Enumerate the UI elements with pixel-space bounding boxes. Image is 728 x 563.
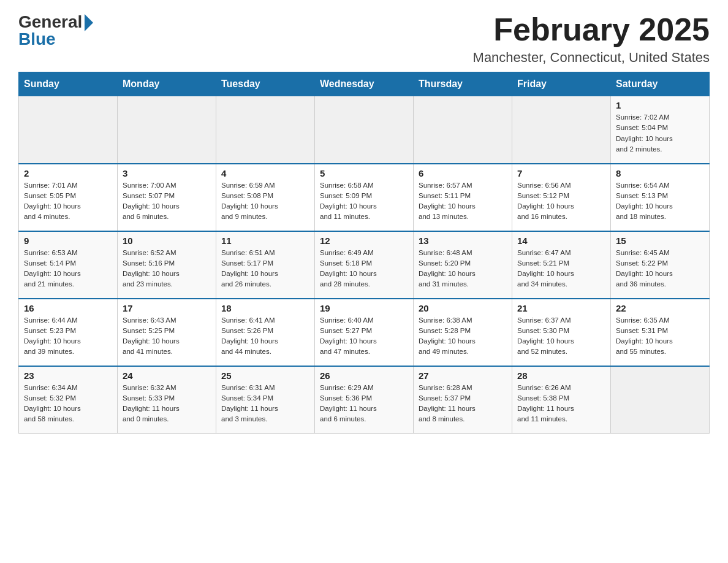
calendar-table: SundayMondayTuesdayWednesdayThursdayFrid…	[18, 72, 710, 434]
calendar-cell: 9Sunrise: 6:53 AMSunset: 5:14 PMDaylight…	[19, 231, 118, 299]
week-row-1: 1Sunrise: 7:02 AMSunset: 5:04 PMDaylight…	[19, 96, 710, 164]
logo: General Blue	[18, 12, 93, 49]
week-row-4: 16Sunrise: 6:44 AMSunset: 5:23 PMDayligh…	[19, 299, 710, 366]
day-number: 15	[616, 236, 704, 246]
day-info: Sunrise: 6:35 AMSunset: 5:31 PMDaylight:…	[616, 315, 704, 358]
month-title: February 2025	[473, 12, 710, 47]
page-header: General Blue February 2025 Manchester, C…	[18, 12, 710, 66]
weekday-header-saturday: Saturday	[611, 72, 710, 96]
calendar-cell: 10Sunrise: 6:52 AMSunset: 5:16 PMDayligh…	[118, 231, 216, 299]
calendar-cell: 21Sunrise: 6:37 AMSunset: 5:30 PMDayligh…	[512, 299, 611, 366]
day-number: 21	[517, 303, 605, 313]
day-info: Sunrise: 6:28 AMSunset: 5:37 PMDaylight:…	[419, 383, 507, 425]
calendar-cell	[315, 96, 414, 164]
day-number: 13	[419, 236, 507, 246]
logo-blue-text: Blue	[18, 29, 56, 49]
calendar-cell: 5Sunrise: 6:58 AMSunset: 5:09 PMDaylight…	[315, 164, 414, 231]
calendar-cell: 3Sunrise: 7:00 AMSunset: 5:07 PMDaylight…	[118, 164, 216, 231]
calendar-cell	[216, 96, 315, 164]
day-number: 25	[221, 370, 309, 381]
day-info: Sunrise: 6:53 AMSunset: 5:14 PMDaylight:…	[24, 248, 112, 290]
calendar-cell: 22Sunrise: 6:35 AMSunset: 5:31 PMDayligh…	[611, 299, 710, 366]
day-info: Sunrise: 6:41 AMSunset: 5:26 PMDaylight:…	[221, 315, 309, 358]
day-info: Sunrise: 6:29 AMSunset: 5:36 PMDaylight:…	[320, 383, 408, 425]
week-row-5: 23Sunrise: 6:34 AMSunset: 5:32 PMDayligh…	[19, 366, 710, 434]
day-info: Sunrise: 6:48 AMSunset: 5:20 PMDaylight:…	[419, 248, 507, 290]
day-info: Sunrise: 6:49 AMSunset: 5:18 PMDaylight:…	[320, 248, 408, 290]
day-number: 2	[24, 168, 112, 178]
calendar-cell: 24Sunrise: 6:32 AMSunset: 5:33 PMDayligh…	[118, 366, 216, 434]
day-info: Sunrise: 6:59 AMSunset: 5:08 PMDaylight:…	[221, 180, 309, 223]
calendar-cell: 11Sunrise: 6:51 AMSunset: 5:17 PMDayligh…	[216, 231, 315, 299]
day-info: Sunrise: 6:34 AMSunset: 5:32 PMDaylight:…	[24, 383, 112, 425]
calendar-cell	[414, 96, 512, 164]
day-number: 23	[24, 370, 112, 381]
day-number: 3	[123, 168, 211, 178]
calendar-cell: 12Sunrise: 6:49 AMSunset: 5:18 PMDayligh…	[315, 231, 414, 299]
day-info: Sunrise: 6:31 AMSunset: 5:34 PMDaylight:…	[221, 383, 309, 425]
day-number: 20	[419, 303, 507, 313]
calendar-cell: 1Sunrise: 7:02 AMSunset: 5:04 PMDaylight…	[611, 96, 710, 164]
day-info: Sunrise: 6:54 AMSunset: 5:13 PMDaylight:…	[616, 180, 704, 223]
title-section: February 2025 Manchester, Connecticut, U…	[473, 12, 710, 66]
calendar-cell: 27Sunrise: 6:28 AMSunset: 5:37 PMDayligh…	[414, 366, 512, 434]
weekday-header-wednesday: Wednesday	[315, 72, 414, 96]
logo-arrow-icon	[85, 14, 93, 31]
day-info: Sunrise: 6:37 AMSunset: 5:30 PMDaylight:…	[517, 315, 605, 358]
day-number: 6	[419, 168, 507, 178]
day-info: Sunrise: 6:32 AMSunset: 5:33 PMDaylight:…	[123, 383, 211, 425]
day-number: 12	[320, 236, 408, 246]
weekday-header-tuesday: Tuesday	[216, 72, 315, 96]
day-info: Sunrise: 6:51 AMSunset: 5:17 PMDaylight:…	[221, 248, 309, 290]
day-number: 19	[320, 303, 408, 313]
day-info: Sunrise: 6:57 AMSunset: 5:11 PMDaylight:…	[419, 180, 507, 223]
calendar-cell	[611, 366, 710, 434]
day-number: 1	[616, 100, 704, 110]
day-info: Sunrise: 6:56 AMSunset: 5:12 PMDaylight:…	[517, 180, 605, 223]
day-number: 10	[123, 236, 211, 246]
day-number: 16	[24, 303, 112, 313]
calendar-cell: 13Sunrise: 6:48 AMSunset: 5:20 PMDayligh…	[414, 231, 512, 299]
day-info: Sunrise: 6:38 AMSunset: 5:28 PMDaylight:…	[419, 315, 507, 358]
day-number: 24	[123, 370, 211, 381]
calendar-cell: 20Sunrise: 6:38 AMSunset: 5:28 PMDayligh…	[414, 299, 512, 366]
day-info: Sunrise: 6:47 AMSunset: 5:21 PMDaylight:…	[517, 248, 605, 290]
weekday-header-monday: Monday	[118, 72, 216, 96]
day-number: 27	[419, 370, 507, 381]
day-info: Sunrise: 6:43 AMSunset: 5:25 PMDaylight:…	[123, 315, 211, 358]
weekday-header-row: SundayMondayTuesdayWednesdayThursdayFrid…	[19, 72, 710, 96]
day-number: 14	[517, 236, 605, 246]
calendar-cell	[512, 96, 611, 164]
day-info: Sunrise: 7:02 AMSunset: 5:04 PMDaylight:…	[616, 112, 704, 155]
day-number: 17	[123, 303, 211, 313]
day-info: Sunrise: 6:52 AMSunset: 5:16 PMDaylight:…	[123, 248, 211, 290]
day-info: Sunrise: 6:44 AMSunset: 5:23 PMDaylight:…	[24, 315, 112, 358]
day-number: 4	[221, 168, 309, 178]
day-number: 9	[24, 236, 112, 246]
day-number: 7	[517, 168, 605, 178]
calendar-cell: 16Sunrise: 6:44 AMSunset: 5:23 PMDayligh…	[19, 299, 118, 366]
day-info: Sunrise: 6:58 AMSunset: 5:09 PMDaylight:…	[320, 180, 408, 223]
calendar-cell: 17Sunrise: 6:43 AMSunset: 5:25 PMDayligh…	[118, 299, 216, 366]
day-number: 28	[517, 370, 605, 381]
calendar-cell: 18Sunrise: 6:41 AMSunset: 5:26 PMDayligh…	[216, 299, 315, 366]
day-number: 26	[320, 370, 408, 381]
week-row-3: 9Sunrise: 6:53 AMSunset: 5:14 PMDaylight…	[19, 231, 710, 299]
day-info: Sunrise: 7:01 AMSunset: 5:05 PMDaylight:…	[24, 180, 112, 223]
day-info: Sunrise: 6:40 AMSunset: 5:27 PMDaylight:…	[320, 315, 408, 358]
calendar-cell: 23Sunrise: 6:34 AMSunset: 5:32 PMDayligh…	[19, 366, 118, 434]
day-info: Sunrise: 7:00 AMSunset: 5:07 PMDaylight:…	[123, 180, 211, 223]
weekday-header-thursday: Thursday	[414, 72, 512, 96]
calendar-cell: 7Sunrise: 6:56 AMSunset: 5:12 PMDaylight…	[512, 164, 611, 231]
day-number: 18	[221, 303, 309, 313]
calendar-cell: 14Sunrise: 6:47 AMSunset: 5:21 PMDayligh…	[512, 231, 611, 299]
calendar-cell: 4Sunrise: 6:59 AMSunset: 5:08 PMDaylight…	[216, 164, 315, 231]
calendar-cell: 2Sunrise: 7:01 AMSunset: 5:05 PMDaylight…	[19, 164, 118, 231]
calendar-cell: 8Sunrise: 6:54 AMSunset: 5:13 PMDaylight…	[611, 164, 710, 231]
calendar-cell: 26Sunrise: 6:29 AMSunset: 5:36 PMDayligh…	[315, 366, 414, 434]
day-info: Sunrise: 6:26 AMSunset: 5:38 PMDaylight:…	[517, 383, 605, 425]
calendar-cell: 19Sunrise: 6:40 AMSunset: 5:27 PMDayligh…	[315, 299, 414, 366]
location-title: Manchester, Connecticut, United States	[473, 50, 710, 66]
calendar-cell: 15Sunrise: 6:45 AMSunset: 5:22 PMDayligh…	[611, 231, 710, 299]
day-number: 11	[221, 236, 309, 246]
